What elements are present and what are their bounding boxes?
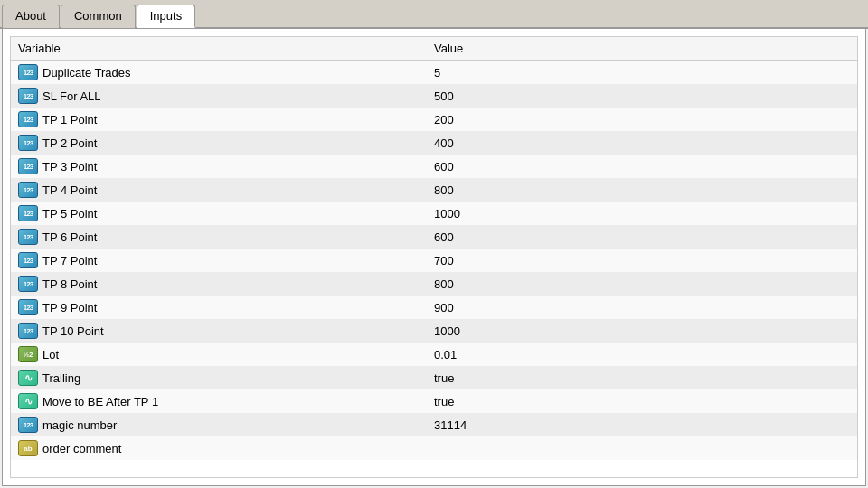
variable-name: magic number — [42, 418, 117, 432]
value-cell[interactable]: 200 — [427, 108, 857, 131]
table-row[interactable]: 123TP 8 Point800 — [11, 272, 857, 296]
variable-name: Trailing — [42, 371, 80, 385]
type-icon: 123 — [18, 417, 38, 433]
table-row[interactable]: 123TP 10 Point1000 — [11, 319, 857, 343]
type-icon: 123 — [18, 88, 38, 104]
variable-name: TP 10 Point — [42, 324, 104, 338]
value-cell[interactable]: 0.01 — [427, 343, 857, 366]
type-icon: ∿ — [18, 370, 38, 386]
table-row[interactable]: 123Duplicate Trades5 — [11, 61, 857, 85]
value-cell[interactable]: 900 — [427, 296, 857, 319]
table-row[interactable]: ∿Trailingtrue — [11, 366, 857, 389]
variable-name: TP 3 Point — [42, 160, 97, 174]
variable-name: TP 8 Point — [42, 277, 97, 291]
value-cell[interactable]: 1000 — [427, 319, 857, 343]
variable-cell: 123TP 9 Point — [11, 296, 427, 319]
variable-cell: 123TP 6 Point — [11, 225, 427, 249]
variable-cell: aborder comment — [11, 436, 427, 460]
value-cell[interactable]: 31114 — [427, 413, 857, 436]
tabs-container: About Common Inputs — [0, 0, 868, 29]
type-icon: ∿ — [18, 393, 38, 409]
variable-cell: ∿Trailing — [11, 366, 427, 389]
type-icon: 123 — [18, 158, 38, 174]
table-row[interactable]: ∿Move to BE After TP 1true — [11, 389, 857, 413]
value-cell[interactable]: 800 — [427, 178, 857, 202]
variable-name: TP 7 Point — [42, 254, 97, 267]
variable-name: order comment — [42, 442, 121, 455]
table-row[interactable]: 123TP 5 Point1000 — [11, 202, 857, 225]
variable-cell: ½2Lot — [11, 343, 427, 366]
col-variable-header: Variable — [11, 37, 427, 61]
value-cell[interactable]: 800 — [427, 272, 857, 296]
variable-name: Duplicate Trades — [42, 66, 131, 80]
value-cell[interactable]: 700 — [427, 249, 857, 272]
variable-cell: 123TP 8 Point — [11, 272, 427, 296]
table-row[interactable]: 123TP 9 Point900 — [11, 296, 857, 319]
type-icon: 123 — [18, 111, 38, 127]
value-cell[interactable]: 600 — [427, 155, 857, 178]
variable-name: TP 5 Point — [42, 207, 97, 221]
variable-name: TP 4 Point — [42, 183, 97, 197]
variable-name: Move to BE After TP 1 — [42, 395, 158, 408]
table-row[interactable]: 123TP 7 Point700 — [11, 249, 857, 272]
variable-name: TP 6 Point — [42, 230, 97, 244]
type-icon: 123 — [18, 229, 38, 245]
value-cell[interactable]: 400 — [427, 131, 857, 155]
table-row[interactable]: 123TP 2 Point400 — [11, 131, 857, 155]
variable-name: TP 2 Point — [42, 136, 97, 150]
variable-name: Lot — [42, 348, 59, 361]
type-icon: 123 — [18, 205, 38, 221]
variable-cell: 123TP 5 Point — [11, 202, 427, 225]
type-icon: 123 — [18, 64, 38, 80]
variable-cell: 123TP 4 Point — [11, 178, 427, 202]
type-icon: 123 — [18, 299, 38, 315]
variable-cell: 123Duplicate Trades — [11, 61, 427, 85]
variable-name: TP 1 Point — [42, 113, 97, 127]
table-row[interactable]: 123SL For ALL500 — [11, 84, 857, 108]
type-icon: ½2 — [18, 346, 38, 362]
table-row[interactable]: 123magic number31114 — [11, 413, 857, 436]
table-row[interactable]: 123TP 4 Point800 — [11, 178, 857, 202]
value-cell[interactable]: true — [427, 366, 857, 389]
variable-name: SL For ALL — [42, 89, 101, 103]
value-cell[interactable]: 600 — [427, 225, 857, 249]
variable-cell: 123TP 10 Point — [11, 319, 427, 343]
type-icon: 123 — [18, 252, 38, 268]
value-cell[interactable]: 1000 — [427, 202, 857, 225]
variable-cell: 123SL For ALL — [11, 84, 427, 108]
tab-common[interactable]: Common — [61, 5, 136, 28]
type-icon: ab — [18, 440, 38, 456]
table-header-row: Variable Value — [11, 37, 857, 61]
value-cell[interactable]: 5 — [427, 61, 857, 85]
inputs-panel: Variable Value 123Duplicate Trades5123SL… — [2, 29, 866, 486]
variable-cell: 123TP 2 Point — [11, 131, 427, 155]
table-row[interactable]: aborder comment — [11, 436, 857, 460]
inputs-table: Variable Value 123Duplicate Trades5123SL… — [11, 37, 857, 460]
variable-cell: 123magic number — [11, 413, 427, 436]
variable-cell: 123TP 3 Point — [11, 155, 427, 178]
type-icon: 123 — [18, 182, 38, 198]
variable-cell: 123TP 1 Point — [11, 108, 427, 131]
type-icon: 123 — [18, 323, 38, 339]
table-row[interactable]: ½2Lot0.01 — [11, 343, 857, 366]
tab-inputs[interactable]: Inputs — [137, 5, 195, 28]
value-cell[interactable] — [427, 436, 857, 460]
value-cell[interactable]: true — [427, 389, 857, 413]
table-row[interactable]: 123TP 1 Point200 — [11, 108, 857, 131]
variable-cell: ∿Move to BE After TP 1 — [11, 389, 427, 413]
type-icon: 123 — [18, 276, 38, 292]
type-icon: 123 — [18, 135, 38, 151]
variable-name: TP 9 Point — [42, 301, 97, 314]
variable-cell: 123TP 7 Point — [11, 249, 427, 272]
col-value-header: Value — [427, 37, 857, 61]
tab-about[interactable]: About — [2, 5, 60, 28]
table-row[interactable]: 123TP 6 Point600 — [11, 225, 857, 249]
value-cell[interactable]: 500 — [427, 84, 857, 108]
table-container: Variable Value 123Duplicate Trades5123SL… — [10, 36, 858, 478]
table-row[interactable]: 123TP 3 Point600 — [11, 155, 857, 178]
